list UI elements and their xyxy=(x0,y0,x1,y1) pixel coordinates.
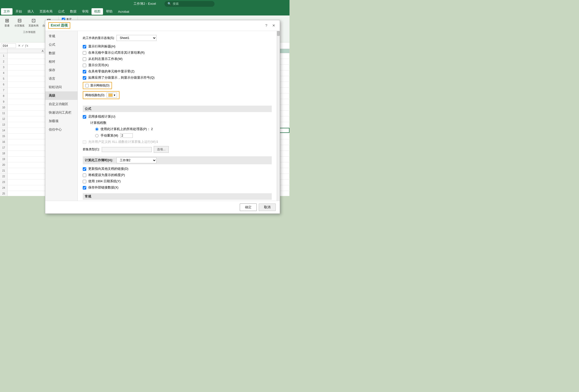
page-break-icon: ⊟ xyxy=(18,17,22,23)
row-number: 4 xyxy=(0,70,8,76)
sidebar-item-general[interactable]: 常规 xyxy=(45,32,78,40)
dialog-body: 常规 公式 数据 校对 保存 语言 轻松访问 高级 自定义功能区 快速访问工具栏… xyxy=(45,31,280,196)
cancel-formula-icon: ✕ xyxy=(18,44,20,47)
checkbox-show-gridlines[interactable] xyxy=(85,84,89,87)
sidebar-item-accessibility[interactable]: 轻松访问 xyxy=(45,83,78,91)
dialog-title: Excel 选项 xyxy=(48,22,70,29)
row-number: 7 xyxy=(0,88,8,93)
all-processors-label[interactable]: 使用此计算机上的所有处理器(P)： 2 xyxy=(100,127,153,131)
option-row-precision: 将精度设为显示的精度(P) xyxy=(83,173,272,177)
manual-recalc-label[interactable]: 手动重算(M) xyxy=(100,134,118,138)
row-number: 5 xyxy=(0,76,8,82)
sidebar-item-quick-access[interactable]: 快速访问工具栏 xyxy=(45,108,78,117)
gridlines-label[interactable]: 显示网格线(D) xyxy=(90,83,110,88)
row-number: 12 xyxy=(0,116,8,122)
row-number: 18 xyxy=(0,151,8,156)
checkbox-show-zero[interactable] xyxy=(83,70,86,73)
option-label-update-links[interactable]: 更新指向其他文档的链接(D) xyxy=(88,167,128,171)
sidebar-item-customize-ribbon[interactable]: 自定义功能区 xyxy=(45,100,78,108)
sidebar-item-save[interactable]: 保存 xyxy=(45,66,78,74)
row-number: 14 xyxy=(0,128,8,133)
option-label-external-links[interactable]: 保存外部链接数据(X) xyxy=(88,186,118,190)
checkbox-date1904[interactable] xyxy=(83,180,86,183)
cluster-options-button[interactable]: 选项... xyxy=(154,146,169,153)
dialog-titlebar: Excel 选项 ? ✕ xyxy=(45,20,280,31)
manual-recalc-input[interactable] xyxy=(120,133,133,138)
calc-threads-label: 计算线程数 xyxy=(90,121,106,125)
sidebar-item-formula[interactable]: 公式 xyxy=(45,40,78,49)
sidebar-item-language[interactable]: 语言 xyxy=(45,74,78,83)
ribbon-btn-normal-label: 普通 xyxy=(4,24,10,27)
menu-home[interactable]: 开始 xyxy=(13,8,24,15)
menu-view[interactable]: 视图 xyxy=(92,8,103,15)
dialog-content: 此工作表的显示选项(S): Sheet1 显示行和列标题(H) 在单元格中显示公… xyxy=(78,31,277,196)
row-number: 11 xyxy=(0,111,8,116)
radio-all-processors[interactable] xyxy=(95,128,98,131)
calc-workbook-dropdown[interactable]: 工作簿2 xyxy=(116,157,156,163)
scrollbar-thumb[interactable] xyxy=(277,31,280,36)
calc-workbook-label: 计算此工作簿时(H): xyxy=(85,158,113,162)
menu-page-layout[interactable]: 页面布局 xyxy=(37,8,55,15)
checkbox-show-headers[interactable] xyxy=(83,45,86,48)
dialog-help-button[interactable]: ? xyxy=(264,23,269,28)
option-label-outline-symbols[interactable]: 如果应用了分级显示，则显示分级显示符号(Q) xyxy=(88,76,154,80)
dialog-scrollbar[interactable] xyxy=(277,31,280,196)
ribbon-btn-normal[interactable]: ⊞ 普通 xyxy=(2,16,12,28)
sidebar-item-data[interactable]: 数据 xyxy=(45,49,78,57)
option-label-show-headers[interactable]: 显示行和列标题(H) xyxy=(88,44,115,49)
calc-threads-label-row: 计算线程数 xyxy=(83,121,272,125)
option-label-pagebreaks[interactable]: 显示分页符(K) xyxy=(88,63,109,67)
option-row-multithread: 启用多线程计算(U) xyxy=(83,115,272,119)
menu-acrobat[interactable]: Acrobat xyxy=(116,9,132,14)
checkbox-precision[interactable] xyxy=(83,174,86,177)
radio-manual-recalc[interactable] xyxy=(95,134,98,137)
checkbox-external-links[interactable] xyxy=(83,186,86,190)
gridlines-color-box: 网格线颜色(D) ▾ xyxy=(83,91,120,99)
menu-help[interactable]: 帮助 xyxy=(104,8,115,15)
option-label-date1904[interactable]: 使用 1904 日期系统(Y) xyxy=(88,179,120,184)
checkbox-rtl[interactable] xyxy=(83,57,86,61)
option-label-show-formulas[interactable]: 在单元格中显示公式而非其计算结果(R) xyxy=(88,51,144,55)
gridlines-color-button[interactable]: ▾ xyxy=(106,93,117,98)
menu-insert[interactable]: 插入 xyxy=(25,8,36,15)
allow-xll-label: 允许用户定义的 XLL 函数在计算群集上运行(W) ℹ xyxy=(88,140,158,144)
checkbox-multithread[interactable] xyxy=(83,115,86,119)
menu-data[interactable]: 数据 xyxy=(68,8,79,15)
menu-review[interactable]: 审阅 xyxy=(80,8,91,15)
formula-section-header: 公式 xyxy=(83,106,272,112)
row-number: 3 xyxy=(0,65,8,70)
page-layout-icon: ⊡ xyxy=(32,17,36,23)
menu-file[interactable]: 文件 xyxy=(1,8,12,15)
row-number: 6 xyxy=(0,82,8,87)
row-number: 23 xyxy=(0,180,8,185)
option-label-show-zero[interactable]: 在具有零值的单元格中显示零(Z) xyxy=(88,69,134,74)
title-bar: 工作簿2 - Excel 🔍 搜索 xyxy=(0,0,290,7)
dialog-close-button[interactable]: ✕ xyxy=(271,23,277,28)
checkbox-outline-symbols[interactable] xyxy=(83,76,86,80)
cluster-type-input[interactable] xyxy=(102,147,152,152)
worksheet-dropdown[interactable]: Sheet1 xyxy=(116,35,156,41)
checkbox-allow-xll[interactable] xyxy=(83,140,86,144)
sidebar-item-addins[interactable]: 加载项 xyxy=(45,117,78,125)
option-label-multithread[interactable]: 启用多线程计算(U) xyxy=(88,115,115,119)
row-number: 10 xyxy=(0,105,8,110)
ribbon-btn-page-break[interactable]: ⊟ 分页预览 xyxy=(13,16,26,28)
excel-options-dialog[interactable]: Excel 选项 ? ✕ 常规 公式 数据 校对 保存 语言 轻松访问 高级 自… xyxy=(45,20,280,196)
checkbox-show-formulas[interactable] xyxy=(83,51,86,55)
menu-formula[interactable]: 公式 xyxy=(56,8,67,15)
sidebar-item-proofing[interactable]: 校对 xyxy=(45,57,78,66)
row-number: 2 xyxy=(0,59,8,64)
option-label-precision[interactable]: 将精度设为显示的精度(P) xyxy=(88,173,125,177)
search-box[interactable]: 🔍 搜索 xyxy=(164,1,214,7)
sidebar-item-advanced[interactable]: 高级 xyxy=(45,91,78,100)
option-row-show-headers: 显示行和列标题(H) xyxy=(83,44,272,49)
cell-reference[interactable]: D14 xyxy=(1,43,16,48)
dialog-sidebar: 常规 公式 数据 校对 保存 语言 轻松访问 高级 自定义功能区 快速访问工具栏… xyxy=(45,31,78,196)
checkbox-update-links[interactable] xyxy=(83,167,86,171)
option-label-rtl[interactable]: 从右到左显示工作表(W) xyxy=(88,57,122,61)
checkbox-pagebreaks[interactable] xyxy=(83,64,86,67)
sidebar-item-trust-center[interactable]: 信任中心 xyxy=(45,125,78,134)
formula-icons: ✕ ✓ ƒx xyxy=(17,44,29,47)
cluster-type-row: 群集类型(C): 选项... xyxy=(83,146,272,153)
ribbon-btn-page-layout[interactable]: ⊡ 页面布局 xyxy=(27,16,40,28)
